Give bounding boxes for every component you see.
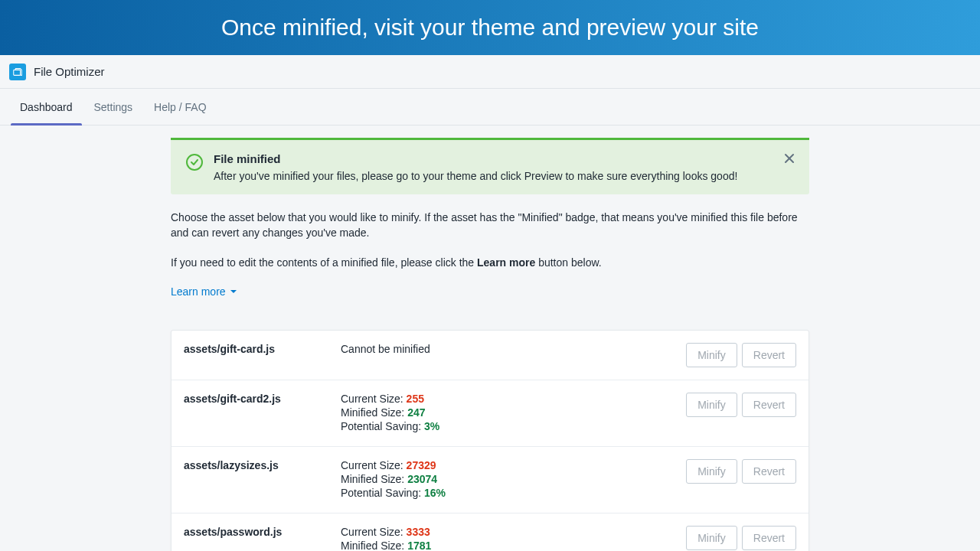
chevron-down-icon — [229, 287, 238, 296]
banner-text: Once minified, visit your theme and prev… — [221, 15, 759, 41]
intro-p1: Choose the asset below that you would li… — [171, 210, 809, 241]
content: File minified After you've minified your… — [171, 138, 809, 551]
alert-desc: After you've minified your files, please… — [214, 170, 794, 182]
table-row: assets/gift-card.js Cannot be minified M… — [172, 331, 808, 380]
alert-title: File minified — [214, 152, 794, 165]
header: File Optimizer — [0, 55, 980, 89]
minify-button[interactable]: Minify — [686, 343, 737, 367]
tabs: Dashboard Settings Help / FAQ — [0, 89, 980, 126]
tab-help-faq[interactable]: Help / FAQ — [145, 89, 215, 125]
alert: File minified After you've minified your… — [171, 138, 809, 194]
tab-dashboard[interactable]: Dashboard — [11, 89, 82, 125]
asset-name: assets/password.js — [184, 526, 341, 551]
app-icon — [9, 64, 26, 80]
svg-rect-0 — [14, 70, 21, 75]
asset-info: Cannot be minified — [341, 343, 689, 367]
asset-actions: Minify Revert — [689, 393, 796, 434]
asset-name: assets/gift-card2.js — [184, 393, 341, 434]
tab-settings[interactable]: Settings — [85, 89, 142, 125]
asset-info: Current Size: 3333 Minified Size: 1781 P… — [341, 526, 689, 551]
intro-p2: If you need to edit the contents of a mi… — [171, 255, 809, 270]
asset-actions: Minify Revert — [689, 526, 796, 551]
app-name: File Optimizer — [34, 65, 105, 78]
revert-button[interactable]: Revert — [742, 343, 796, 367]
alert-body: File minified After you've minified your… — [214, 152, 794, 182]
check-circle-icon — [186, 154, 203, 171]
asset-name: assets/gift-card.js — [184, 343, 341, 367]
intro: Choose the asset below that you would li… — [171, 210, 809, 299]
asset-actions: Minify Revert — [689, 343, 796, 367]
minify-button[interactable]: Minify — [686, 393, 737, 417]
learn-more-link[interactable]: Learn more — [171, 284, 238, 299]
minify-button[interactable]: Minify — [686, 526, 737, 550]
close-icon[interactable] — [782, 151, 797, 166]
asset-actions: Minify Revert — [689, 459, 796, 500]
revert-button[interactable]: Revert — [742, 459, 796, 484]
revert-button[interactable]: Revert — [742, 393, 796, 417]
asset-info: Current Size: 27329 Minified Size: 23074… — [341, 459, 689, 500]
minify-button[interactable]: Minify — [686, 459, 737, 484]
asset-table: assets/gift-card.js Cannot be minified M… — [171, 330, 809, 551]
asset-info: Current Size: 255 Minified Size: 247 Pot… — [341, 393, 689, 434]
asset-name: assets/lazysizes.js — [184, 459, 341, 500]
table-row: assets/password.js Current Size: 3333 Mi… — [172, 514, 808, 551]
table-row: assets/lazysizes.js Current Size: 27329 … — [172, 447, 808, 514]
revert-button[interactable]: Revert — [742, 526, 796, 550]
table-row: assets/gift-card2.js Current Size: 255 M… — [172, 380, 808, 447]
banner: Once minified, visit your theme and prev… — [0, 0, 980, 55]
